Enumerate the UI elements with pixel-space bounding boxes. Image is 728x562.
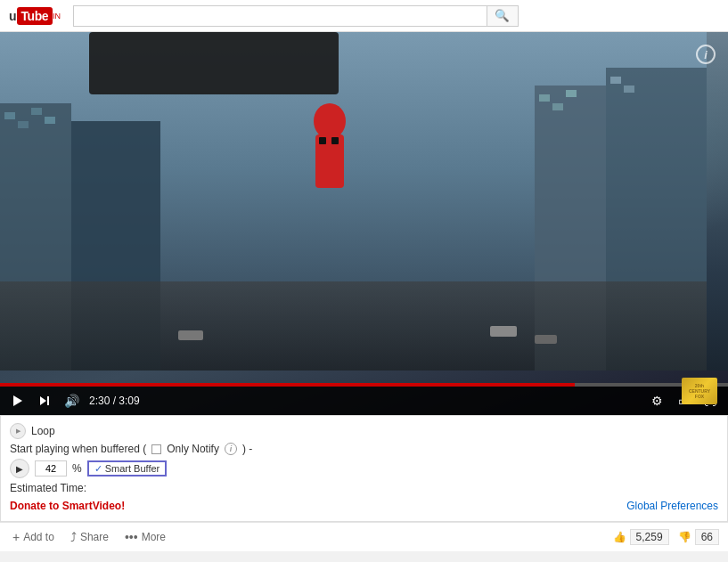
svg-rect-12 — [610, 77, 621, 84]
add-to-button[interactable]: + Add to — [9, 528, 58, 546]
plugin-row-loop: ▶ Loop — [10, 423, 718, 439]
dislike-count: 66 — [695, 529, 719, 545]
checkmark-icon: ✓ — [94, 463, 102, 475]
more-icon: ••• — [125, 530, 138, 544]
svg-rect-17 — [178, 330, 203, 340]
action-bar: + Add to ⤴ Share ••• More 👍 5,259 👎 66 — [0, 522, 728, 551]
header: u Tube IN 🔍 — [0, 0, 728, 32]
like-icon: 👍 — [613, 531, 626, 543]
settings-button[interactable]: ⚙ — [648, 392, 666, 410]
dislike-icon: 👎 — [678, 531, 691, 543]
time-display: 2:30 / 3:09 — [89, 395, 140, 407]
plugin-bottom-row: Donate to SmartVideo! Global Preferences — [10, 498, 718, 514]
svg-rect-3 — [18, 121, 29, 128]
scene-svg — [0, 32, 707, 371]
logo: u Tube IN — [9, 7, 61, 25]
start-playing-label: Start playing when buffered ( — [10, 443, 146, 455]
studio-badge: 20thCENTURYFOX — [682, 378, 717, 404]
controls-row: 🔊 2:30 / 3:09 ⚙ ▭ ⛶ — [0, 387, 728, 415]
like-count: 5,259 — [630, 529, 669, 545]
video-controls: 🔊 2:30 / 3:09 ⚙ ▭ ⛶ — [0, 383, 728, 415]
svg-rect-14 — [0, 281, 707, 371]
plugin-row-buffer: ▶ % ✓ Smart Buffer — [10, 459, 718, 478]
plugin-row-estimated: Estimated Time: — [10, 482, 718, 494]
dislike-button[interactable]: 👎 66 — [678, 529, 719, 545]
more-button[interactable]: ••• More — [121, 528, 169, 546]
plugin-play-icon: ▶ — [16, 464, 23, 474]
search-input[interactable] — [73, 5, 487, 27]
global-prefs-link[interactable]: Global Preferences — [626, 500, 718, 512]
percent-input[interactable] — [35, 460, 67, 476]
svg-point-19 — [314, 103, 346, 139]
svg-rect-8 — [539, 94, 550, 102]
svg-rect-2 — [4, 112, 15, 119]
share-button[interactable]: ⤴ Share — [67, 528, 112, 546]
smart-buffer-label: Smart Buffer — [105, 463, 160, 474]
percent-symbol: % — [72, 462, 82, 475]
svg-rect-18 — [89, 32, 339, 94]
logo-in-text: IN — [53, 12, 61, 20]
svg-rect-9 — [552, 103, 563, 110]
search-button[interactable]: 🔍 — [487, 5, 519, 27]
svg-rect-5 — [45, 117, 55, 124]
add-icon: + — [12, 530, 20, 544]
video-container: i 20thCENTURYFOX 🔊 — [0, 32, 728, 415]
search-icon: 🔍 — [495, 9, 510, 22]
skip-icon — [40, 396, 49, 405]
logo-tube-text: Tube — [17, 7, 53, 25]
skip-button[interactable] — [36, 392, 53, 410]
gear-icon: ⚙ — [651, 394, 663, 408]
svg-rect-10 — [566, 90, 577, 97]
plugin-logo-icon: ▶ — [10, 423, 26, 439]
svg-rect-15 — [490, 326, 517, 337]
plugin-play-button[interactable]: ▶ — [10, 459, 29, 478]
video-scene — [0, 32, 728, 371]
svg-rect-21 — [319, 137, 326, 144]
plugin-row-start-playing: Start playing when buffered ( Only Notif… — [10, 443, 718, 455]
more-label: More — [142, 531, 166, 543]
only-notify-checkbox[interactable] — [151, 444, 161, 454]
smart-buffer-button[interactable]: ✓ Smart Buffer — [87, 460, 168, 476]
only-notify-label: Only Notify — [167, 443, 219, 455]
svg-rect-13 — [624, 86, 634, 93]
svg-rect-22 — [331, 137, 339, 144]
loop-label: Loop — [31, 425, 55, 437]
volume-button[interactable]: 🔊 — [62, 392, 80, 410]
progress-played — [0, 383, 575, 387]
svg-rect-4 — [31, 108, 42, 115]
play-button[interactable] — [9, 392, 27, 410]
svg-rect-16 — [535, 335, 557, 344]
play-icon — [13, 395, 22, 406]
share-icon: ⤴ — [70, 530, 77, 544]
only-notify-info-icon[interactable]: i — [225, 443, 237, 455]
search-bar: 🔍 — [73, 5, 519, 27]
plugin-panel: ▶ Loop Start playing when buffered ( Onl… — [0, 415, 728, 522]
info-icon[interactable]: i — [696, 45, 716, 64]
volume-icon: 🔊 — [64, 394, 79, 408]
like-button[interactable]: 👍 5,259 — [613, 529, 669, 545]
progress-bar[interactable] — [0, 383, 728, 387]
studio-badge-text: 20thCENTURYFOX — [689, 383, 710, 399]
plugin-logo-text: ▶ — [16, 428, 20, 435]
estimated-time-label: Estimated Time: — [10, 482, 86, 494]
share-label: Share — [80, 531, 109, 543]
donate-link[interactable]: Donate to SmartVideo! — [10, 500, 125, 512]
separator-label: ) - — [242, 443, 252, 455]
video-thumbnail: i 20thCENTURYFOX — [0, 32, 728, 415]
logo-you-text: u — [9, 9, 17, 23]
add-label: Add to — [23, 531, 54, 543]
